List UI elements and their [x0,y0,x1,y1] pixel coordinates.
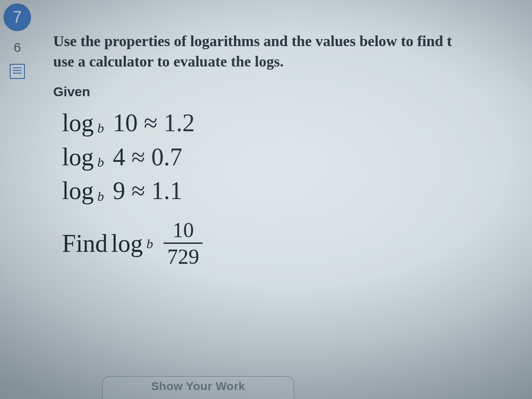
log-base: b [94,189,107,206]
question-number-badge: 7 [4,4,31,31]
given-label: Given [53,84,532,99]
given-row: log b 10 ≈ 1.2 [62,110,532,136]
question-content: Use the properties of logarithms and the… [53,31,532,268]
given-row: log b 4 ≈ 0.7 [62,144,532,170]
log-base: b [143,236,156,254]
log-func: log [62,144,94,170]
find-expression: Find log b 10 729 [62,219,532,268]
notes-icon[interactable] [10,64,25,79]
question-prompt: Use the properties of logarithms and the… [53,31,532,72]
log-expr: 4 ≈ 0.7 [107,144,183,170]
fraction: 10 729 [164,219,203,268]
find-prefix: Find [62,229,108,258]
log-func: log [111,229,143,258]
question-points: 6 [14,40,21,55]
question-gutter: 7 6 [0,0,35,399]
log-expr: 10 ≈ 1.2 [107,110,195,136]
prompt-line-1: Use the properties of logarithms and the… [53,33,452,49]
log-func: log [62,110,94,136]
fraction-numerator: 10 [169,219,197,242]
log-func: log [62,178,94,204]
given-values: log b 10 ≈ 1.2 log b 4 ≈ 0.7 log b 9 ≈ 1… [62,110,532,268]
prompt-line-2: use a calculator to evaluate the logs. [53,53,284,70]
given-row: log b 9 ≈ 1.1 [62,178,532,204]
log-expr: 9 ≈ 1.1 [107,178,183,204]
log-base: b [94,121,107,138]
log-base: b [94,155,107,172]
fraction-denominator: 729 [164,243,203,268]
show-your-work-button[interactable]: Show Your Work [102,376,294,399]
